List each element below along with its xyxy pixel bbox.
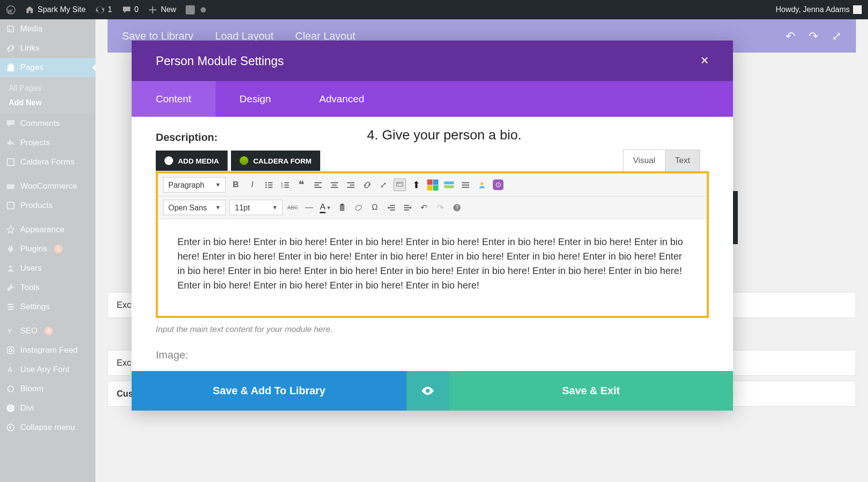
sidebar-item-font[interactable]: AUse Any Font (0, 360, 95, 379)
sidebar-item-settings[interactable]: Settings (0, 297, 95, 317)
editor-tab-visual[interactable]: Visual (623, 150, 665, 171)
editor-toolbar-2: Open Sans 11pt ABC — A ▼ Ω ↶ ↷ (158, 196, 706, 219)
submenu-add-new[interactable]: Add New (9, 96, 90, 110)
sidebar-item-tools[interactable]: Tools (0, 278, 95, 297)
sidebar-item-woocommerce[interactable]: WooCommerce (0, 177, 95, 196)
expand-icon[interactable]: ⤢ (832, 29, 841, 43)
link-icon[interactable] (361, 179, 373, 191)
tab-content[interactable]: Content (132, 81, 216, 117)
svg-point-16 (7, 424, 14, 431)
modal-title: Person Module Settings (156, 54, 284, 68)
svg-rect-34 (330, 187, 338, 188)
insert-icon[interactable]: ⬆︎ (410, 179, 422, 191)
svg-rect-53 (404, 209, 408, 210)
sidebar-item-seo[interactable]: YSEO4 (0, 321, 95, 341)
undo-icon[interactable]: ↶ (786, 29, 795, 43)
svg-rect-52 (404, 205, 408, 206)
editor-tab-text[interactable]: Text (665, 150, 700, 171)
font-family-select[interactable]: Open Sans (163, 200, 226, 215)
align-justify-icon[interactable] (459, 179, 472, 191)
shortcode-icon[interactable]: ⊙ (492, 179, 504, 191)
svg-rect-39 (397, 183, 398, 184)
yoast-indicator[interactable] (183, 5, 208, 14)
table-icon[interactable] (426, 179, 439, 191)
indent-icon[interactable] (401, 201, 414, 214)
sidebar-item-projects[interactable]: Projects (0, 133, 95, 152)
save-exit-button[interactable]: Save & Exit (449, 371, 733, 411)
site-name[interactable]: Spark My Site (23, 5, 88, 14)
svg-rect-22 (268, 187, 272, 188)
align-right-icon[interactable] (344, 179, 357, 191)
caldera-form-button[interactable]: CALDERA FORM (231, 151, 320, 171)
sidebar-item-bloom[interactable]: Bloom (0, 379, 95, 399)
sidebar-item-users[interactable]: Users (0, 259, 95, 278)
hr-icon[interactable]: — (303, 201, 315, 214)
text-color-icon[interactable]: A ▼ (319, 201, 332, 214)
sidebar-item-divi[interactable]: DDivi (0, 399, 95, 418)
sidebar-item-comments[interactable]: Comments (0, 114, 95, 133)
svg-rect-31 (314, 187, 321, 188)
clear-format-icon[interactable] (352, 201, 365, 214)
font-size-select[interactable]: 11pt (230, 200, 283, 215)
paste-icon[interactable] (336, 201, 348, 214)
sidebar-item-appearance[interactable]: Appearance (0, 220, 95, 239)
sidebar-item-links[interactable]: Links (0, 39, 95, 58)
submenu-all-pages[interactable]: All Pages (9, 81, 90, 96)
svg-point-19 (265, 184, 267, 186)
sidebar-item-instagram[interactable]: Instagram Feed (0, 341, 95, 360)
svg-rect-33 (332, 184, 337, 185)
special-char-icon[interactable]: Ω (368, 201, 381, 214)
number-list-icon[interactable]: 123 (279, 179, 291, 191)
sidebar-item-media[interactable]: Media (0, 19, 95, 39)
updates[interactable]: 1 (93, 5, 115, 14)
help-icon[interactable]: ? (450, 201, 463, 214)
toolbar-toggle-icon[interactable] (393, 179, 406, 191)
tab-design[interactable]: Design (216, 81, 295, 117)
svg-point-5 (9, 265, 12, 268)
close-icon[interactable]: ✕ (700, 55, 709, 67)
undo-icon[interactable]: ↶ (418, 201, 430, 214)
comments[interactable]: 0 (120, 5, 141, 14)
redo-icon[interactable]: ↷ (809, 29, 818, 43)
fullscreen-icon[interactable]: ⤢ (377, 179, 390, 191)
tab-advanced[interactable]: Advanced (295, 81, 388, 117)
svg-text:A: A (8, 366, 13, 373)
blockquote-icon[interactable]: ❝ (295, 179, 308, 191)
svg-rect-38 (397, 182, 403, 186)
wp-logo[interactable] (4, 5, 18, 14)
sidebar-item-caldera[interactable]: Caldera Forms (0, 152, 95, 172)
bold-icon[interactable]: B (230, 179, 242, 191)
svg-point-48 (354, 204, 362, 211)
svg-rect-30 (314, 184, 319, 185)
sidebar-collapse[interactable]: Collapse menu (0, 418, 95, 437)
new[interactable]: New (146, 5, 178, 14)
sidebar-item-plugins[interactable]: Plugins1 (0, 239, 95, 259)
bullet-list-icon[interactable] (262, 179, 275, 191)
sidebar-item-pages[interactable]: Pages (0, 58, 95, 77)
align-left-icon[interactable] (312, 179, 324, 191)
svg-rect-24 (284, 182, 289, 183)
redo-icon[interactable]: ↷ (434, 201, 447, 214)
sidebar-item-products[interactable]: Products (0, 196, 95, 215)
align-center-icon[interactable] (328, 179, 340, 191)
svg-point-21 (265, 186, 267, 188)
svg-point-1 (9, 29, 11, 31)
user-icon[interactable] (475, 179, 488, 191)
greeting[interactable]: Howdy, Jenna Adams (773, 5, 864, 14)
save-add-library-button[interactable]: Save & Add To Library (132, 371, 407, 411)
svg-text:D: D (9, 405, 13, 411)
bio-editor[interactable]: Enter in bio here! Enter in bio here! En… (158, 219, 706, 316)
scroll-handle[interactable] (733, 191, 738, 244)
add-media-button[interactable]: ADD MEDIA (156, 151, 228, 171)
modal-footer: Save & Add To Library Save & Exit (132, 371, 733, 411)
outdent-icon[interactable] (385, 201, 397, 214)
preview-button[interactable] (407, 371, 449, 411)
format-select[interactable]: Paragraph (163, 177, 226, 193)
content-area: Save to Library Load Layout Clear Layout… (95, 19, 868, 482)
divider-color-icon[interactable] (443, 179, 455, 191)
strikethrough-icon[interactable]: ABC (286, 201, 299, 214)
svg-rect-40 (399, 183, 400, 184)
modal-header: Person Module Settings ✕ (132, 41, 733, 81)
italic-icon[interactable]: I (246, 179, 258, 191)
avatar (853, 5, 862, 14)
